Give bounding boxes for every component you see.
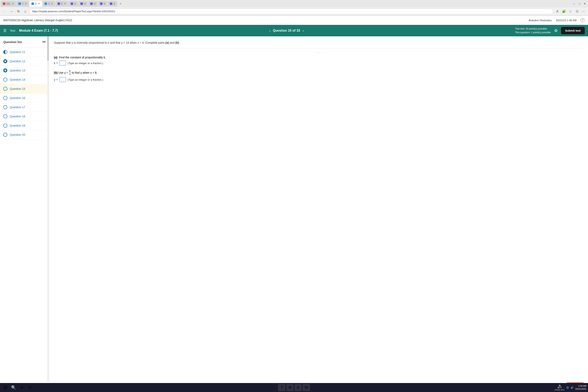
tab-favicon-active	[32, 2, 34, 5]
taskbar-browser[interactable]: e	[294, 384, 302, 391]
tab-favicon-2	[18, 2, 21, 5]
close-button[interactable]: ✕	[582, 1, 587, 6]
tab-label-5: C	[61, 2, 63, 5]
weather-temp: 46°F	[558, 386, 562, 389]
part-b-answer-input[interactable]	[60, 77, 66, 82]
clock-display: 1:46 AM 10/21/2022	[575, 384, 586, 391]
question-label-11: Question 11	[10, 50, 25, 54]
taskbar-word[interactable]: W	[302, 384, 310, 391]
this-question-points: 1 point(s) possible	[531, 31, 551, 34]
scrollbar-thumb[interactable]	[47, 36, 49, 61]
taskbar-widgets[interactable]: ⊡	[26, 384, 34, 391]
taskbar-mail[interactable]: ✉	[286, 384, 294, 391]
tab-close-active[interactable]: ✕	[38, 2, 40, 5]
formula-container: k x	[69, 70, 71, 76]
start-button[interactable]: ⊞	[2, 384, 9, 391]
question-label-17: Question 17	[10, 106, 25, 109]
tab-label-4: C	[48, 2, 50, 5]
maximize-button[interactable]: □	[577, 1, 582, 6]
minimize-button[interactable]: ─	[572, 1, 576, 6]
date-time: 10/21/22 1:46 AM	[556, 19, 576, 22]
submit-test-button[interactable]: Submit test	[561, 27, 585, 34]
sidebar-item-question-18[interactable]: Question 18	[0, 112, 49, 121]
sidebar-item-question-20[interactable]: Question 20	[0, 130, 49, 140]
tab-favicon-4	[44, 2, 47, 5]
tab-h4[interactable]: H	[98, 1, 108, 6]
settings-icon[interactable]: ⚙	[554, 28, 558, 33]
tab-close-4[interactable]: ✕	[51, 2, 53, 5]
tab-h1[interactable]: H	[68, 1, 78, 6]
help-icon[interactable]: ?	[581, 18, 585, 22]
sidebar-item-question-19[interactable]: Question 19	[0, 121, 49, 130]
q-circle-18	[3, 114, 7, 118]
tab-h5[interactable]: H	[108, 1, 117, 6]
q-circle-14	[3, 78, 7, 82]
part-b-section: (b) Use y = k x to find y when x = 8. y …	[54, 70, 583, 82]
forward-button[interactable]: →	[8, 8, 14, 14]
header-right: Brandon Okamatsu 10/21/22 1:46 AM ?	[529, 18, 585, 22]
browser-chrome: D2L ✕ C ✕ C ✕ C ✕ C ✕ H	[0, 0, 588, 16]
tab-4[interactable]: C ✕	[42, 1, 55, 6]
tab-label-h2: H	[84, 2, 86, 5]
sidebar-item-question-12[interactable]: Question 12	[0, 57, 49, 66]
tab-close-d2l[interactable]: ✕	[12, 2, 14, 5]
hamburger-icon[interactable]: ☰	[3, 28, 6, 33]
refresh-button[interactable]: ↻	[16, 8, 21, 14]
extension-icon[interactable]: 🧩	[561, 8, 567, 14]
part-a-header: (a) Find the constant of proportionality…	[54, 56, 583, 59]
q-circle-19	[3, 124, 7, 128]
sidebar-item-question-13[interactable]: Question 13	[0, 66, 49, 75]
tab-label-active: C	[35, 2, 37, 5]
tab-close-5[interactable]: ✕	[64, 2, 66, 5]
search-taskbar-button[interactable]: 🔍	[10, 384, 17, 391]
translate-icon[interactable]: A	[554, 8, 560, 14]
back-button[interactable]: ←	[2, 8, 7, 14]
sidebar-collapse-button[interactable]: ↦	[42, 40, 46, 44]
tab-close-2[interactable]: ✕	[25, 2, 27, 5]
part-b-bold: (b)	[176, 41, 179, 44]
question-nav: ‹ Question 15 of 33 ›	[269, 28, 304, 33]
user-name: Brandon Okamatsu	[529, 19, 552, 22]
tab-d2l[interactable]: D2L ✕	[1, 1, 16, 6]
tab-active[interactable]: C ✕	[30, 1, 42, 6]
q-circle-11	[3, 50, 7, 54]
tab-2[interactable]: C ✕	[16, 1, 29, 6]
tab-5[interactable]: C ✕	[56, 1, 68, 6]
tab-h3[interactable]: H	[88, 1, 98, 6]
test-header: ☰ Test: Module 4 Exam (7.1 - 7.7) ‹ Ques…	[0, 25, 588, 36]
part-b-input-row: y = (Type an integer or a fraction.)	[54, 77, 583, 82]
weather-icon: 🌤	[558, 384, 561, 386]
part-b-hint: (Type an integer or a fraction.)	[68, 78, 103, 81]
tab-favicon-h3	[90, 2, 93, 5]
weather-widget: 🌤 46°F Mostly clear	[555, 384, 564, 391]
part-b-text-after: to find y when x = 8.	[72, 71, 98, 74]
part-a-section: (a) Find the constant of proportionality…	[54, 56, 583, 66]
profile-icon[interactable]: ⊙	[574, 8, 580, 14]
sidebar-title: Question list	[3, 40, 22, 44]
sidebar-item-question-11[interactable]: Question 11	[0, 48, 49, 57]
more-icon[interactable]: ⋯	[581, 8, 586, 14]
part-a-label: (a)	[54, 56, 57, 59]
sidebar-item-question-17[interactable]: Question 17	[0, 103, 49, 112]
tab-favicon-h4	[100, 2, 102, 5]
address-bar[interactable]: https://mylab.pearson.com/Student/Player…	[30, 8, 553, 14]
home-button[interactable]: ⌂	[22, 8, 28, 14]
q-circle-17	[3, 105, 7, 109]
next-question-button[interactable]: ›	[302, 28, 304, 33]
favorites-icon[interactable]: ☆	[568, 8, 573, 14]
sidebar-item-question-14[interactable]: Question 14	[0, 75, 49, 84]
part-a-bold: (a)	[166, 41, 169, 44]
taskbar-teams[interactable]: T	[278, 384, 286, 391]
tab-favicon-5	[58, 2, 60, 5]
prev-question-button[interactable]: ‹	[269, 28, 270, 33]
tab-favicon-h2	[80, 2, 83, 5]
part-a-hint: (Type an integer or a fraction.)	[68, 62, 103, 65]
sidebar-item-question-16[interactable]: Question 16	[0, 94, 49, 103]
new-tab-button[interactable]: +	[118, 1, 123, 6]
tab-h2[interactable]: H	[78, 1, 88, 6]
part-a-answer-input[interactable]	[60, 61, 66, 66]
sidebar-item-question-15[interactable]: Question 15	[0, 84, 49, 94]
part-a-input-row: k = (Type an integer or a fraction.)	[54, 61, 583, 66]
question-label-15: Question 15	[10, 87, 25, 90]
taskview-button[interactable]: ⧉	[18, 384, 25, 391]
